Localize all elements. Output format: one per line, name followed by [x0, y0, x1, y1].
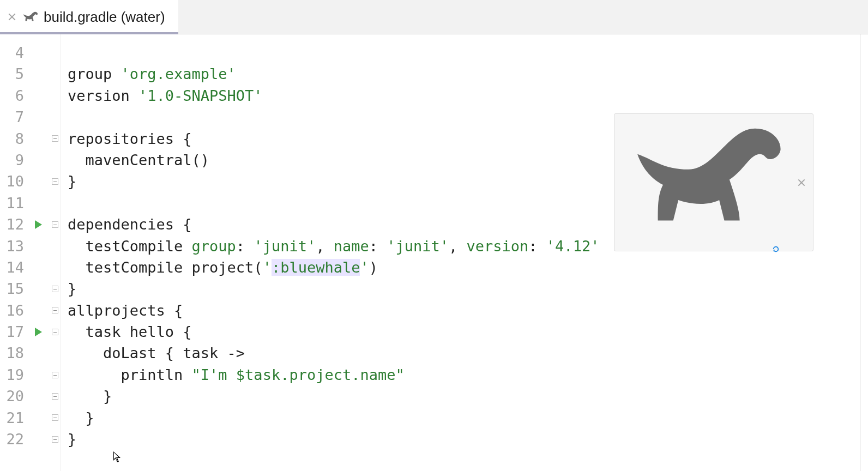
code-token: ": [395, 366, 404, 383]
fold-toggle-icon[interactable]: [52, 178, 58, 185]
fold-gutter-slot[interactable]: [49, 214, 61, 235]
code-token: allprojects {: [68, 302, 183, 319]
code-line[interactable]: testCompile project(':bluewhale'): [68, 257, 855, 278]
line-number: 17: [0, 321, 24, 342]
code-line[interactable]: version '1.0-SNAPSHOT': [68, 85, 855, 106]
fold-toggle-icon[interactable]: [52, 286, 58, 292]
fold-toggle-icon[interactable]: [52, 436, 58, 443]
editor-tab-active[interactable]: build.gradle (water): [0, 0, 178, 34]
fold-gutter-slot[interactable]: [49, 278, 61, 299]
run-gutter-slot: [27, 278, 49, 299]
code-line[interactable]: }: [68, 428, 855, 450]
fold-gutter-slot: [49, 106, 61, 128]
code-line[interactable]: group 'org.example': [68, 63, 855, 84]
fold-gutter-slot: [49, 235, 61, 257]
code-line[interactable]: task hello {: [68, 321, 855, 342]
fold-gutter-slot[interactable]: [49, 428, 61, 450]
run-gutter-slot: [27, 149, 49, 171]
editor-tab-bar: build.gradle (water): [0, 0, 868, 34]
line-number: 11: [0, 192, 24, 214]
code-token: repositories {: [68, 130, 192, 147]
fold-gutter-slot[interactable]: [49, 407, 61, 428]
run-gutter-slot[interactable]: [27, 214, 49, 235]
line-number: 10: [0, 171, 24, 192]
close-tab-icon[interactable]: [8, 13, 16, 21]
line-number: 19: [0, 364, 24, 385]
fold-gutter-slot: [49, 63, 61, 84]
fold-gutter-slot: [49, 42, 61, 63]
code-token: testCompile project(: [68, 259, 263, 276]
code-token: ,: [316, 238, 334, 255]
run-gutter-slot: [27, 128, 49, 149]
fold-toggle-icon[interactable]: [52, 329, 58, 335]
fold-toggle-icon[interactable]: [52, 307, 58, 313]
code-line[interactable]: [68, 42, 855, 63]
code-area[interactable]: group 'org.example'version '1.0-SNAPSHOT…: [61, 34, 860, 471]
code-line[interactable]: allprojects {: [68, 300, 855, 321]
reload-badge-icon: [772, 237, 780, 245]
fold-gutter-slot[interactable]: [49, 364, 61, 385]
run-line-icon[interactable]: [35, 220, 42, 229]
line-number: 4: [0, 42, 24, 63]
code-token: 'org.example': [121, 65, 236, 82]
line-number: 16: [0, 300, 24, 321]
code-line[interactable]: println "I'm $task.project.name": [68, 364, 855, 385]
fold-toggle-icon[interactable]: [52, 135, 58, 142]
line-number: 15: [0, 278, 24, 299]
run-gutter-slot: [27, 385, 49, 407]
fold-gutter-slot[interactable]: [49, 385, 61, 407]
run-gutter-slot: [27, 364, 49, 385]
code-token: ): [369, 259, 378, 276]
code-line[interactable]: }: [68, 407, 855, 428]
code-token: task hello {: [68, 323, 192, 340]
editor-scrollbar[interactable]: [860, 34, 868, 471]
close-notification-icon[interactable]: [798, 179, 805, 186]
code-token: println: [68, 366, 192, 383]
gradle-reload-button[interactable]: [622, 118, 786, 246]
line-number: 22: [0, 428, 24, 450]
gradle-elephant-icon: [22, 10, 38, 23]
fold-gutter: [49, 34, 61, 471]
fold-toggle-icon[interactable]: [52, 372, 58, 378]
code-line[interactable]: doLast { task ->: [68, 342, 855, 364]
code-token: testCompile: [68, 238, 192, 255]
code-line[interactable]: }: [68, 278, 855, 299]
fold-gutter-slot[interactable]: [49, 300, 61, 321]
code-token: dependencies {: [68, 216, 192, 233]
run-gutter-slot: [27, 428, 49, 450]
run-gutter-slot: [27, 63, 49, 84]
line-number-gutter: 45678910111213141516171819202122: [0, 34, 27, 471]
fold-toggle-icon[interactable]: [52, 221, 58, 228]
line-number: 14: [0, 257, 24, 278]
code-token: doLast { task ->: [68, 345, 245, 361]
run-gutter-slot: [27, 300, 49, 321]
code-token: }: [68, 409, 94, 426]
run-line-icon[interactable]: [35, 328, 42, 336]
run-gutter-slot: [27, 85, 49, 106]
code-token: '1.0-SNAPSHOT': [138, 87, 263, 104]
code-editor[interactable]: 45678910111213141516171819202122 group '…: [0, 34, 868, 471]
code-line[interactable]: }: [68, 385, 855, 407]
code-token: ,: [449, 238, 467, 255]
run-gutter-slot: [27, 407, 49, 428]
line-number: 13: [0, 235, 24, 257]
fold-gutter-slot[interactable]: [49, 171, 61, 192]
line-number: 7: [0, 106, 24, 128]
line-number: 6: [0, 85, 24, 106]
fold-gutter-slot[interactable]: [49, 321, 61, 342]
fold-toggle-icon[interactable]: [52, 414, 58, 421]
run-gutter-slot[interactable]: [27, 321, 49, 342]
fold-gutter-slot[interactable]: [49, 128, 61, 149]
code-token: :bluewhale: [272, 259, 360, 276]
fold-toggle-icon[interactable]: [52, 393, 58, 400]
code-token: group: [68, 65, 121, 82]
code-token: 'junit': [254, 238, 316, 255]
code-token: ': [263, 259, 272, 276]
fold-gutter-slot: [49, 85, 61, 106]
run-gutter-slot: [27, 42, 49, 63]
code-token: }: [68, 388, 112, 404]
run-gutter-slot: [27, 257, 49, 278]
code-token: ': [360, 259, 369, 276]
code-token: :: [528, 238, 546, 255]
code-token: "I'm: [192, 366, 236, 383]
